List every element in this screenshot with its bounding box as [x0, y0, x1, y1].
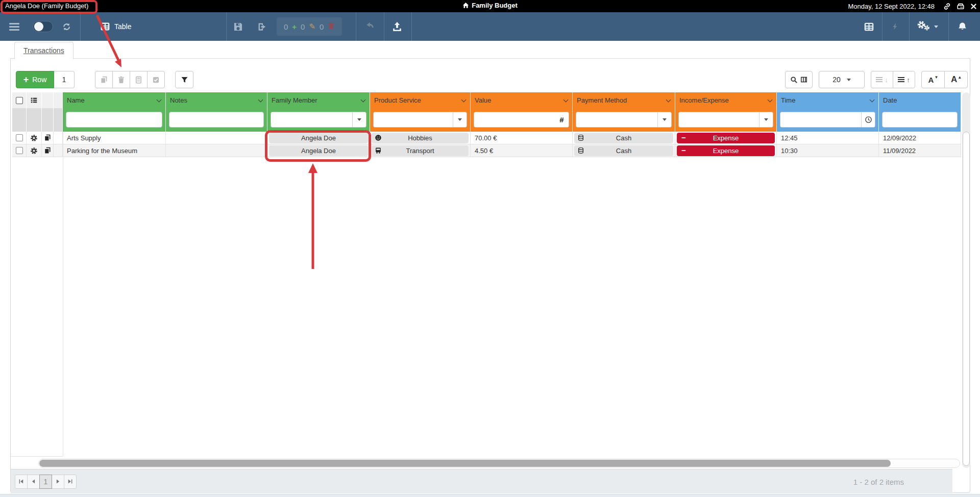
chevron-down-icon [847, 79, 851, 81]
column-header-payment-method[interactable]: Payment Method [573, 92, 675, 108]
dropdown-button[interactable] [352, 112, 366, 127]
filter-input-product-service[interactable] [374, 112, 453, 127]
column-header-product-service[interactable]: Product Service [370, 92, 471, 108]
menu-icon[interactable] [9, 12, 19, 41]
row-settings-button[interactable] [27, 144, 42, 157]
filter-input-income-expense[interactable] [679, 112, 759, 127]
refresh-icon[interactable] [62, 12, 71, 41]
dropdown-button[interactable] [759, 112, 773, 127]
column-header-income-expense[interactable]: Income/Expense [675, 92, 777, 108]
column-header-time[interactable]: Time [777, 92, 879, 108]
row-checkbox[interactable] [12, 144, 27, 157]
bus-icon [375, 147, 382, 156]
cell-income-expense[interactable]: −Expense [675, 132, 777, 144]
vertical-scrollbar-thumb[interactable] [963, 132, 970, 466]
horizontal-scrollbar-thumb[interactable] [39, 460, 891, 467]
sort-ascending-button[interactable]: ↑ [893, 71, 915, 88]
row-checkbox[interactable] [12, 132, 27, 144]
cell-product-service[interactable]: Hobbies [370, 132, 471, 144]
export-icon[interactable] [257, 12, 267, 41]
cell-product-service[interactable]: Transport [370, 144, 471, 157]
font-increase-button[interactable]: A▲ [944, 71, 968, 88]
cell-date[interactable]: 11/09/2022 [879, 144, 961, 157]
first-page-button[interactable] [15, 475, 28, 489]
cell-family-member[interactable]: Angela Doe [267, 132, 370, 144]
save-icon[interactable] [233, 12, 243, 41]
drive-icon[interactable] [957, 3, 965, 10]
clock-icon[interactable] [861, 112, 875, 127]
filter-input-family-member[interactable] [271, 112, 352, 127]
tab-transactions[interactable]: Transactions [14, 42, 74, 59]
column-header-notes[interactable]: Notes [166, 92, 267, 108]
sort-descending-button[interactable]: ↓ [871, 71, 893, 88]
plus-icon: + [23, 75, 29, 84]
calculator-button[interactable] [130, 71, 148, 88]
filter-button[interactable] [175, 71, 193, 88]
cell-notes[interactable] [166, 144, 267, 157]
tab-strip: Transactions [10, 41, 970, 59]
column-header-family-member[interactable]: Family Member [267, 92, 370, 108]
column-header-date[interactable]: Date [879, 92, 961, 108]
cell-family-member[interactable]: Angela Doe [267, 144, 370, 157]
column-header-name[interactable]: Name [63, 92, 166, 108]
close-icon[interactable] [970, 3, 977, 10]
pencil-icon: ✎ [309, 22, 315, 31]
coins-icon [577, 147, 584, 156]
select-all-button[interactable] [147, 71, 165, 88]
filter-input-notes[interactable] [169, 112, 263, 127]
cell-time[interactable]: 10:30 [777, 144, 879, 157]
row-menu-icon[interactable] [27, 92, 42, 108]
grid-header-row: Name Notes Family Member Product Service… [12, 92, 961, 108]
filter-input-payment-method[interactable] [576, 112, 657, 127]
cell-value[interactable]: 70.00 € [471, 132, 573, 144]
added-count: 0 [284, 22, 288, 31]
chevron-down-icon [157, 97, 162, 102]
undo-icon[interactable] [364, 12, 375, 41]
dropdown-button[interactable] [453, 112, 467, 127]
select-all-checkbox[interactable] [12, 92, 27, 108]
cell-income-expense[interactable]: −Expense [675, 144, 777, 157]
page-size-dropdown[interactable]: 20 [819, 71, 865, 88]
next-page-button[interactable] [52, 475, 64, 489]
link-icon[interactable] [943, 3, 951, 10]
row-copy-button[interactable] [42, 132, 54, 144]
last-page-button[interactable] [64, 475, 77, 489]
delete-rows-button[interactable] [112, 71, 130, 88]
cell-name[interactable]: Parking for the Museum [63, 144, 166, 157]
horizontal-scrollbar[interactable] [38, 459, 960, 468]
cell-payment-method[interactable]: Cash [573, 144, 675, 157]
filter-input-value[interactable] [474, 112, 555, 127]
data-grid: Name Notes Family Member Product Service… [12, 92, 961, 157]
column-header-value[interactable]: Value [471, 92, 573, 108]
table-view-button[interactable]: Table [101, 12, 131, 41]
edit-mode-toggle[interactable] [33, 12, 53, 41]
cell-time[interactable]: 12:45 [777, 132, 879, 144]
row-copy-button[interactable] [42, 144, 54, 157]
add-row-button[interactable]: +Row [16, 71, 54, 88]
cell-value[interactable]: 4.50 € [471, 144, 573, 157]
copy-rows-button[interactable] [95, 71, 113, 88]
app-title-wrap: Family Budget [0, 2, 980, 9]
settings-menu-button[interactable] [917, 12, 938, 41]
filter-input-date[interactable] [883, 112, 957, 127]
row-count-input[interactable] [54, 71, 75, 88]
row-settings-button[interactable] [27, 132, 42, 144]
filter-input-time[interactable] [780, 112, 861, 127]
cell-date[interactable]: 12/09/2022 [879, 132, 961, 144]
current-page-button[interactable]: 1 [39, 475, 52, 489]
search-columns-button[interactable] [785, 71, 813, 88]
cell-notes[interactable] [166, 132, 267, 144]
previous-page-button[interactable] [27, 475, 40, 489]
filter-input-name[interactable] [66, 112, 162, 127]
main-toolbar: Table 0 + 0 ✎ 0 [0, 12, 980, 41]
lightning-icon[interactable] [891, 12, 899, 41]
vertical-scrollbar[interactable] [962, 92, 970, 468]
dropdown-button[interactable] [657, 112, 671, 127]
upload-icon[interactable] [392, 12, 402, 41]
cell-name[interactable]: Arts Supply [63, 132, 166, 144]
font-decrease-button[interactable]: A▼ [921, 71, 945, 88]
cell-payment-method[interactable]: Cash [573, 132, 675, 144]
chevron-down-icon [361, 97, 366, 102]
bell-icon[interactable] [958, 12, 967, 41]
grid-view-icon[interactable] [864, 12, 874, 41]
